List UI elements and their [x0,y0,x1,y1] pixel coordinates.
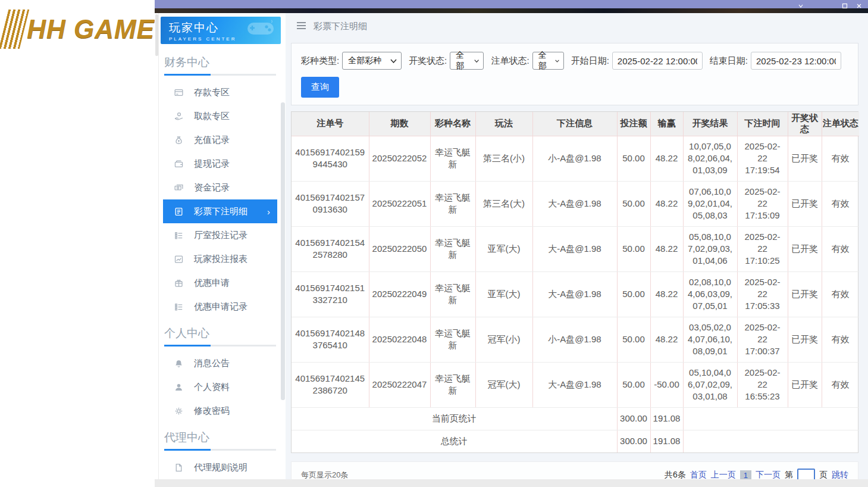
main-content: 彩票下注明细 彩种类型: 全部彩种 开奖状态: 全部 注单状态: [286,13,868,487]
sidebar-item-change-password[interactable]: 修改密码 [163,399,277,423]
page-title: 彩票下注明细 [314,21,367,32]
col-header-order-no: 注单号 [292,112,369,136]
order-status-select[interactable]: 全部 [532,52,564,70]
section-label-personal-center: 个人中心 [159,319,286,344]
summary-bet-amount: 300.00 [617,430,650,452]
list-icon [174,302,184,312]
sidebar-item-deposit-zone[interactable]: 存款专区 [163,80,277,104]
chevron-down-icon[interactable] [798,1,804,11]
sidebar-item-withdraw-zone[interactable]: 取款专区 [163,104,277,128]
sidebar-item-label: 优惠申请 [194,277,230,289]
cell-order-no: 401569174021599445430 [292,136,369,181]
col-header-bet-info: 下注信息 [532,112,617,136]
cell-bet-info: 小-A盘@1.98 [532,136,617,181]
money-bag-icon [174,135,184,145]
horizontal-scrollbar-track[interactable] [155,479,868,487]
cell-draw-status: 已开奖 [788,271,822,317]
lottery-type-select[interactable]: 全部彩种 [342,52,402,70]
col-header-bet-time: 下注时间 [737,112,788,136]
cell-bet-time: 2025-02-22 17:15:09 [737,181,788,226]
sidebar-item-player-bet-report[interactable]: 玩家投注报表 [163,247,277,271]
sidebar-item-funds-records[interactable]: 资金记录 [163,176,277,199]
cell-win-loss: 48.22 [650,271,683,317]
sidebar-item-label: 优惠申请记录 [194,301,247,313]
cell-draw-result: 10,07,05,08,02,06,04,01,03,09 [683,136,737,181]
section-divider [164,449,276,451]
cell-bet-info: 大-A盘@1.98 [532,271,617,317]
sidebar-item-label: 个人资料 [194,382,230,393]
logo-text: HH GAME [27,14,155,44]
sidebar-item-withdrawal-records[interactable]: 提现记录 [163,152,277,176]
sidebar-item-hall-bet-records[interactable]: 厅室投注记录 [163,223,277,247]
table-row: 40156917402157091363020250222051幸运飞艇新第三名… [292,181,859,226]
list-icon [174,230,184,241]
logo-stripes-icon [0,10,29,49]
cell-draw-result: 03,05,02,04,07,06,10,08,09,01 [683,317,737,362]
sidebar-item-label: 充值记录 [194,135,230,146]
cell-order-status: 有效 [822,136,859,181]
cell-period: 20250222052 [369,136,430,181]
sidebar-item-agent-rules[interactable]: 代理规则说明 [163,455,277,479]
sidebar-item-label: 取款专区 [194,111,230,122]
cell-order-status: 有效 [822,226,859,271]
col-header-bet-amount: 投注额 [617,112,650,136]
hamburger-icon[interactable] [296,21,306,32]
summary-row: 当前页统计300.00191.08 [292,407,859,430]
bell-icon [174,358,184,369]
cell-draw-status: 已开奖 [788,317,822,362]
summary-win-loss: 191.08 [650,430,683,452]
topbar: 彩票下注明细 [286,13,868,39]
section-label-agent-center: 代理中心 [159,423,286,448]
sidebar-item-label: 提现记录 [194,158,230,170]
cell-draw-result: 05,08,10,07,02,09,03,01,04,06 [683,226,737,271]
table-row: 40156917402148376541020250222048幸运飞艇新冠军(… [292,317,859,362]
window-titlebar [155,0,868,8]
cell-bet-info: 大-A盘@1.98 [532,226,617,271]
summary-win-loss: 191.08 [650,407,683,430]
sidebar-item-promo-apply[interactable]: 优惠申请 [163,271,277,295]
query-button[interactable]: 查询 [301,77,339,98]
sidebar-header: 玩家中心 PLAYERS CENTER [161,17,281,44]
table-row: 40156917402154257828020250222050幸运飞艇新亚军(… [292,226,859,271]
cell-order-status: 有效 [822,362,859,407]
cell-bet-time: 2025-02-22 17:10:25 [737,226,788,271]
chevron-right-icon: › [267,207,270,217]
sidebar-item-label: 厅室投注记录 [194,230,247,241]
cell-lottery-name: 幸运飞艇新 [430,181,475,226]
cell-bet-amount: 50.00 [617,181,650,226]
cell-play-type: 第三名(小) [475,136,532,181]
sidebar-item-messages[interactable]: 消息公告 [163,351,277,375]
cell-bet-time: 2025-02-22 16:55:23 [737,362,788,407]
sidebar-item-promo-apply-records[interactable]: 优惠申请记录 [163,295,277,319]
cell-order-no: 401569174021570913630 [292,181,369,226]
order-status-label: 注单状态: [491,55,529,67]
summary-empty [683,407,859,430]
sidebar-scrollbar[interactable] [281,102,285,400]
gift-icon [174,278,184,288]
cell-draw-result: 07,06,10,09,02,01,04,05,08,03 [683,181,737,226]
sidebar-item-lottery-bet-details[interactable]: 彩票下注明细› [163,199,277,223]
maximize-icon[interactable] [842,1,848,11]
sidebar-item-profile[interactable]: 个人资料 [163,375,277,399]
cell-win-loss: 48.22 [650,181,683,226]
sidebar-left-scrollbar[interactable] [155,13,159,487]
sidebar-item-label: 资金记录 [194,182,230,193]
user-icon [174,382,184,392]
col-header-play-type: 玩法 [475,112,532,136]
cell-bet-time: 2025-02-22 17:05:33 [737,271,788,317]
cell-win-loss: -50.00 [650,362,683,407]
cell-bet-amount: 50.00 [617,362,650,407]
start-date-input[interactable] [612,52,703,70]
sidebar-item-label: 消息公告 [194,358,230,369]
sidebar-item-recharge-records[interactable]: 充值记录 [163,128,277,152]
sidebar-item-label: 代理规则说明 [194,462,247,473]
summary-row: 总统计300.00191.08 [292,430,859,452]
draw-status-select[interactable]: 全部 [450,52,484,70]
end-date-input[interactable] [751,52,841,70]
chevron-down-icon [390,59,397,63]
cell-bet-amount: 50.00 [617,226,650,271]
sidebar-item-label: 玩家投注报表 [194,254,247,265]
cell-bet-time: 2025-02-22 17:19:54 [737,136,788,181]
cell-play-type: 亚军(大) [475,271,532,317]
close-icon[interactable] [856,1,862,11]
